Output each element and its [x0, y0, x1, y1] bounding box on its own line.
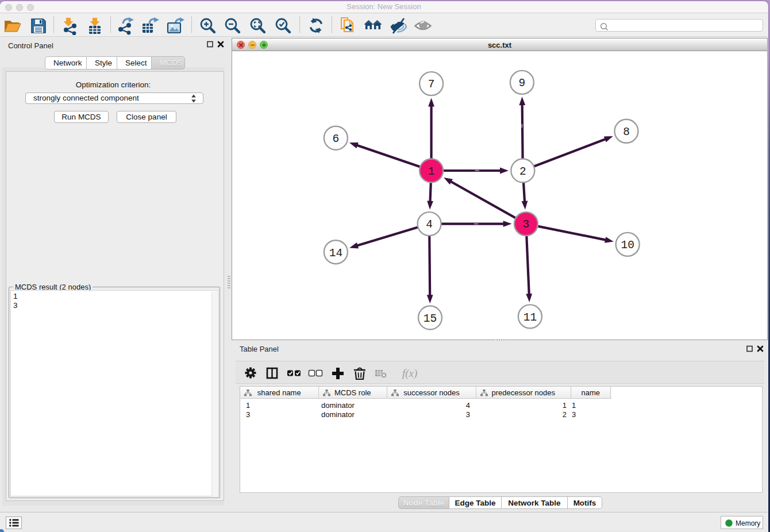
svg-text:1: 1: [428, 165, 435, 178]
svg-text:15: 15: [424, 313, 437, 325]
svg-text:7: 7: [428, 78, 435, 91]
svg-text:10: 10: [621, 239, 634, 252]
svg-text:4: 4: [426, 218, 433, 231]
svg-text:9: 9: [519, 77, 526, 90]
svg-text:f(x): f(x): [402, 367, 417, 380]
svg-text:14: 14: [329, 247, 342, 260]
svg-text:2: 2: [519, 165, 526, 178]
svg-text:8: 8: [623, 126, 630, 138]
svg-text:3: 3: [523, 218, 530, 231]
svg-text:6: 6: [333, 133, 340, 145]
svg-text:11: 11: [523, 311, 537, 324]
